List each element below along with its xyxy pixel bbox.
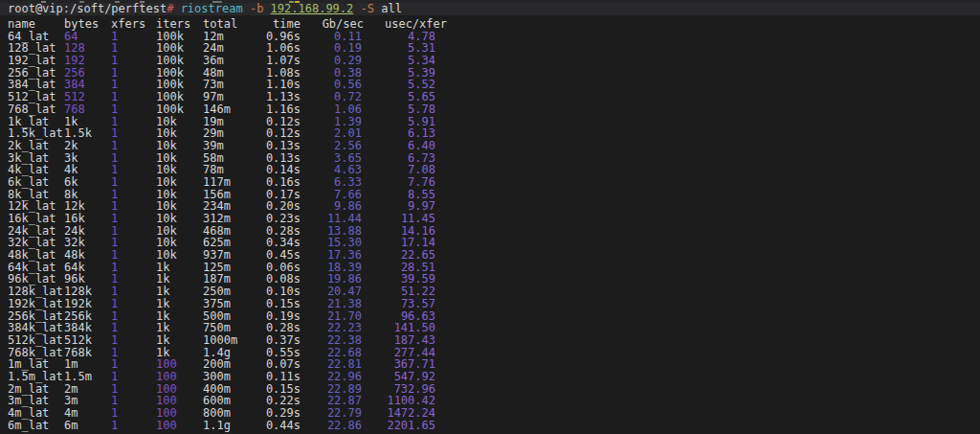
cell-bytes: 2k xyxy=(64,140,111,152)
cell-iters: 1k xyxy=(156,298,203,310)
cell-bytes: 512 xyxy=(64,91,111,103)
cell-xfers: 1 xyxy=(111,237,156,249)
cell-xfers: 1 xyxy=(111,347,156,359)
column-header-gb-sec: Gb/sec xyxy=(302,18,364,31)
table-row: 8k_lat8k110k156m0.17s7.668.55 xyxy=(8,189,980,201)
cell-gb-sec: 2.56 xyxy=(301,140,362,152)
prompt-segment-fg xyxy=(243,2,250,15)
table-row: 256_lat2561100k48m1.08s0.385.39 xyxy=(8,67,980,80)
previous-line-fragment xyxy=(79,1,84,3)
cell-gb-sec: 11.44 xyxy=(301,213,362,225)
cell-xfers: 1 xyxy=(111,67,156,80)
cell-time: 0.44s xyxy=(264,420,301,432)
cell-xfers: 1 xyxy=(111,358,156,371)
clipped-previous-line xyxy=(0,0,980,3)
table-row: 32k_lat32k110k625m0.34s15.3017.14 xyxy=(8,237,980,249)
cell-name: 4m_lat xyxy=(8,407,64,420)
prompt-segment-fg: root@vip:/soft/perftest xyxy=(8,2,167,15)
cell-bytes: 1.5m xyxy=(64,371,111,383)
terminal-window[interactable]: root@vip:/soft/perftest# riostream -b 19… xyxy=(0,0,980,434)
cell-iters: 10k xyxy=(156,127,203,140)
cell-xfers: 1 xyxy=(111,189,156,201)
cell-name: 192_lat xyxy=(8,55,64,67)
cell-name: 128k_lat xyxy=(8,286,64,298)
cell-total: 97m xyxy=(203,91,264,103)
cell-xfers: 1 xyxy=(111,31,156,43)
table-row: 384_lat3841100k73m1.10s0.565.52 xyxy=(8,79,980,91)
prompt-segment-fg xyxy=(173,2,180,15)
cell-usec-xfer: 6.13 xyxy=(362,127,435,140)
cell-usec-xfer: 51.22 xyxy=(362,286,435,298)
cell-gb-sec: 2.01 xyxy=(301,127,362,140)
table-row: 6k_lat6k110k117m0.16s6.337.76 xyxy=(8,176,980,189)
table-row: 3k_lat3k110k58m0.13s3.656.73 xyxy=(8,152,980,165)
cell-xfers: 1 xyxy=(111,395,156,407)
cell-total: 750m xyxy=(203,322,264,334)
cell-bytes: 16k xyxy=(64,213,111,225)
table-row: 256k_lat256k11k500m0.19s21.7096.63 xyxy=(8,310,980,323)
previous-line-fragment xyxy=(289,1,294,3)
table-row: 12k_lat12k110k234m0.20s9.869.97 xyxy=(8,200,980,213)
cell-xfers: 1 xyxy=(111,103,156,116)
cell-name: 512_lat xyxy=(8,91,64,103)
table-row: 512_lat5121100k97m1.13s0.725.65 xyxy=(8,91,980,103)
column-header-iters: iters xyxy=(156,18,203,31)
cell-xfers: 1 xyxy=(111,55,156,67)
cell-total: 117m xyxy=(203,176,264,189)
cell-name: 16k_lat xyxy=(8,213,64,225)
cell-usec-xfer: 1472.24 xyxy=(362,407,435,420)
prompt-segment-ip: 192.168.99.2 xyxy=(271,2,354,15)
table-row: 4k_lat4k110k78m0.14s4.637.08 xyxy=(8,164,980,176)
cell-iters: 100 xyxy=(156,371,203,383)
cell-xfers: 1 xyxy=(111,225,156,238)
cell-xfers: 1 xyxy=(111,42,156,55)
table-row: 1.5m_lat1.5m1100300m0.11s22.96547.92 xyxy=(8,371,980,383)
cell-gb-sec: 17.36 xyxy=(301,249,362,262)
cell-iters: 100 xyxy=(156,407,203,420)
cell-xfers: 1 xyxy=(111,273,156,286)
prompt-segment-fg: all xyxy=(381,2,402,15)
cell-usec-xfer: 547.92 xyxy=(362,371,435,383)
cell-xfers: 1 xyxy=(111,407,156,420)
cell-bytes: 4m xyxy=(64,407,111,420)
cell-usec-xfer: 187.43 xyxy=(362,334,435,347)
cell-total: 250m xyxy=(203,286,264,298)
cell-name: 192k_lat xyxy=(8,298,64,310)
prompt-segment-fg xyxy=(353,2,360,15)
cell-xfers: 1 xyxy=(111,383,156,396)
table-row: 3m_lat3m1100600m0.22s22.871100.42 xyxy=(8,395,980,407)
cell-iters: 10k xyxy=(156,140,203,152)
cell-time: 0.37s xyxy=(264,334,301,347)
cell-bytes: 384k xyxy=(64,322,111,334)
cell-total: 937m xyxy=(203,249,264,262)
cell-time: 0.28s xyxy=(264,322,301,334)
cell-name: 1.5m_lat xyxy=(8,371,64,383)
cell-usec-xfer: 11.45 xyxy=(362,213,435,225)
cell-xfers: 1 xyxy=(111,116,156,128)
cell-usec-xfer: 7.76 xyxy=(362,176,435,189)
cell-total: 312m xyxy=(203,213,264,225)
previous-line-fragment xyxy=(115,1,120,3)
cell-xfers: 1 xyxy=(111,79,156,91)
cell-name: 48k_lat xyxy=(8,249,64,262)
table-row: 4m_lat4m1100800m0.29s22.791472.24 xyxy=(8,407,980,420)
cell-usec-xfer: 73.57 xyxy=(362,298,435,310)
screen: { "colors": { "bg": "#1c1c1d", "band": "… xyxy=(0,0,980,434)
cell-time: 0.11s xyxy=(264,371,301,383)
cell-iters: 1k xyxy=(156,286,203,298)
table-row: 6m_lat6m11001.1g0.44s22.862201.65 xyxy=(8,420,980,432)
cell-xfers: 1 xyxy=(111,371,156,383)
cell-bytes: 6m xyxy=(64,420,111,432)
cell-gb-sec: 22.79 xyxy=(301,407,362,420)
cell-bytes: 48k xyxy=(64,249,111,262)
table-row: 64_lat641100k12m0.96s0.114.78 xyxy=(8,31,980,43)
cell-xfers: 1 xyxy=(111,334,156,347)
cell-usec-xfer: 2201.65 xyxy=(362,420,435,432)
cell-time: 0.10s xyxy=(264,286,301,298)
cell-gb-sec: 1.06 xyxy=(301,103,362,116)
cell-time: 0.45s xyxy=(264,249,301,262)
table-row: 384k_lat384k11k750m0.28s22.23141.50 xyxy=(8,322,980,334)
cell-gb-sec: 0.29 xyxy=(301,55,362,67)
cell-bytes: 192 xyxy=(64,55,111,67)
cell-xfers: 1 xyxy=(111,298,156,310)
